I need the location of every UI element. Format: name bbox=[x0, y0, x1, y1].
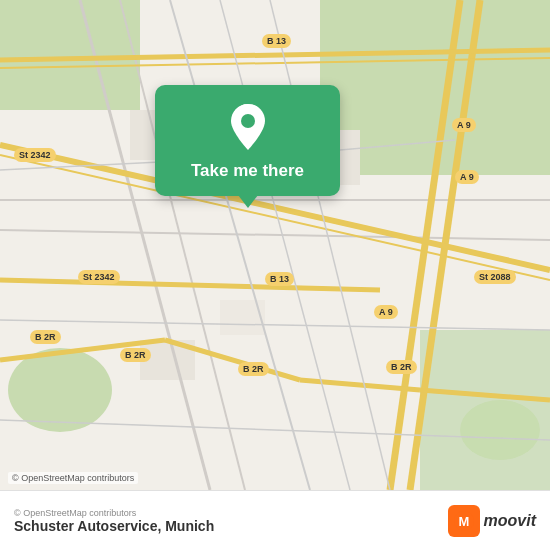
attribution-text: © OpenStreetMap contributors bbox=[14, 508, 214, 518]
take-me-there-label: Take me there bbox=[191, 161, 304, 181]
svg-rect-1 bbox=[0, 0, 140, 110]
moovit-icon: M bbox=[448, 505, 480, 537]
road-label-a9-lower: A 9 bbox=[374, 305, 398, 319]
road-label-st2088: St 2088 bbox=[474, 270, 516, 284]
moovit-m-icon: M bbox=[453, 510, 475, 532]
road-label-b2r-4: B 2R bbox=[386, 360, 417, 374]
road-label-b13-top: B 13 bbox=[262, 34, 291, 48]
map-attribution: © OpenStreetMap contributors bbox=[8, 472, 138, 484]
moovit-text: moovit bbox=[484, 512, 536, 530]
road-label-b13-mid: B 13 bbox=[265, 272, 294, 286]
road-label-st2342-mid: St 2342 bbox=[78, 270, 120, 284]
road-label-a9-mid: A 9 bbox=[455, 170, 479, 184]
svg-text:M: M bbox=[458, 514, 469, 529]
svg-point-2 bbox=[8, 348, 112, 432]
svg-line-28 bbox=[0, 320, 550, 330]
road-label-b2r-2: B 2R bbox=[120, 348, 151, 362]
map-container: B 13 St 2342 A 9 A 9 St 2342 B 13 St 208… bbox=[0, 0, 550, 490]
take-me-there-card[interactable]: Take me there bbox=[155, 85, 340, 196]
road-label-b2r-3: B 2R bbox=[238, 362, 269, 376]
map-svg bbox=[0, 0, 550, 490]
bottom-left-info: © OpenStreetMap contributors Schuster Au… bbox=[14, 508, 214, 534]
location-icon-wrapper bbox=[224, 103, 272, 151]
svg-line-13 bbox=[0, 230, 550, 240]
svg-line-11 bbox=[120, 0, 245, 490]
road-label-st2342-left: St 2342 bbox=[14, 148, 56, 162]
svg-line-20 bbox=[0, 280, 380, 290]
svg-point-33 bbox=[241, 114, 255, 128]
svg-point-4 bbox=[460, 400, 540, 460]
bottom-bar: © OpenStreetMap contributors Schuster Au… bbox=[0, 490, 550, 550]
location-pin-icon bbox=[228, 102, 268, 152]
moovit-logo: M moovit bbox=[448, 505, 536, 537]
place-name: Schuster Autoservice, Munich bbox=[14, 518, 214, 534]
road-label-a9-top: A 9 bbox=[452, 118, 476, 132]
road-label-b2r-1: B 2R bbox=[30, 330, 61, 344]
